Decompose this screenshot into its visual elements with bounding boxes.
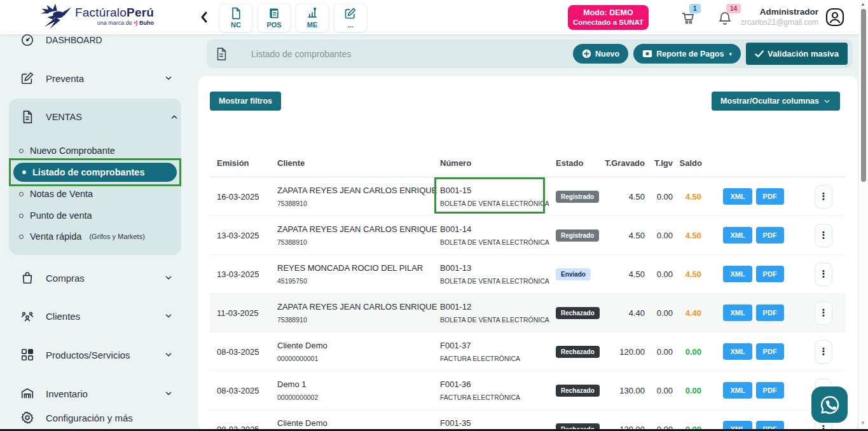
bullet-icon bbox=[22, 170, 26, 174]
account-menu-button[interactable] bbox=[825, 7, 845, 27]
account-icon bbox=[825, 7, 845, 27]
cell-tipo: BOLETA DE VENTA ELECTRÓNICA bbox=[440, 277, 556, 285]
sidebar-item-venta-rapida[interactable]: Venta rápida (Grifos y Markets) bbox=[19, 228, 172, 245]
notifications-button[interactable]: 14 bbox=[717, 10, 733, 25]
sidebar-item-preventa[interactable]: Preventa bbox=[9, 69, 181, 88]
bullet-icon bbox=[19, 149, 24, 153]
sidebar-item-productos-servicios[interactable]: Productos/Servicios bbox=[9, 345, 181, 364]
cell-tgravado: 120.00 bbox=[600, 347, 649, 357]
pdf-button[interactable]: PDF bbox=[756, 227, 784, 243]
pdf-button[interactable]: PDF bbox=[756, 304, 784, 321]
dashboard-gauge-icon bbox=[20, 33, 34, 47]
top-header: FactúraloPerú una marca de •) Buho NC PO… bbox=[0, 0, 868, 34]
cell-cliente: REYES MONCADA ROCIO DEL PILAR bbox=[277, 263, 440, 273]
check-icon bbox=[755, 50, 764, 58]
pdf-button[interactable]: PDF bbox=[756, 382, 784, 399]
mass-validation-button[interactable]: Validación masiva bbox=[746, 43, 848, 65]
row-menu-button[interactable]: ⋮ bbox=[815, 301, 832, 325]
cell-emision: 08-03-2025 bbox=[210, 386, 277, 395]
sidebar-item-nuevo-comprobante[interactable]: Nuevo Comprobante bbox=[19, 142, 172, 159]
page-scrollbar[interactable]: ▲ ▼ bbox=[859, 0, 868, 431]
row-menu-button[interactable]: ⋮ bbox=[815, 340, 832, 364]
pos-button[interactable]: POS bbox=[258, 3, 291, 32]
cell-emision: 08-03-2025 bbox=[210, 347, 277, 357]
column-header-tigv: T.Igv bbox=[649, 158, 677, 168]
pdf-button[interactable]: PDF bbox=[756, 188, 784, 205]
sidebar-group-ventas: VENTAS Nuevo Comprobante Listado de comp… bbox=[9, 99, 181, 255]
sidebar-item-inventario[interactable]: Inventario bbox=[9, 384, 181, 403]
page-header-bar: Listado de comprobantes Nuevo Reporte de… bbox=[207, 39, 853, 68]
cell-numero: B001-12 bbox=[440, 302, 556, 311]
new-button[interactable]: Nuevo bbox=[573, 44, 628, 64]
show-filters-button[interactable]: Mostrar filtros bbox=[210, 92, 281, 111]
cell-tgravado: 4.50 bbox=[600, 192, 649, 202]
gear-icon bbox=[20, 411, 34, 425]
column-header-emision: Emisión bbox=[210, 158, 277, 168]
cell-saldo: 4.40 bbox=[677, 308, 706, 318]
pdf-button[interactable]: PDF bbox=[756, 266, 784, 282]
row-menu-button[interactable]: ⋮ bbox=[815, 224, 832, 247]
sidebar-item-configuracion[interactable]: Configuración y más bbox=[9, 408, 181, 427]
column-header-estado: Estado bbox=[556, 158, 600, 168]
cell-saldo: 4.50 bbox=[677, 231, 706, 240]
cell-tigv: 0.00 bbox=[649, 270, 677, 279]
page-title: Listado de comprobantes bbox=[251, 49, 351, 59]
cell-tigv: 0.00 bbox=[649, 308, 677, 318]
sidebar-item-compras[interactable]: Compras bbox=[9, 268, 181, 287]
sidebar-collapse-button[interactable] bbox=[200, 11, 209, 24]
column-header-saldo: Saldo bbox=[677, 158, 706, 168]
scrollbar-thumb[interactable] bbox=[861, 9, 866, 182]
status-badge: Rechazado bbox=[556, 385, 600, 397]
cell-tipo: BOLETA DE VENTA ELECTRÓNICA bbox=[440, 200, 556, 207]
sidebar-item-notas-de-venta[interactable]: Notas de Venta bbox=[19, 186, 172, 202]
edit-pencil-icon bbox=[344, 7, 357, 20]
nc-button[interactable]: NC bbox=[219, 3, 252, 32]
plus-circle-icon bbox=[582, 49, 591, 58]
status-badge: Registrado bbox=[556, 191, 599, 203]
whatsapp-button[interactable] bbox=[811, 387, 848, 423]
bullet-icon bbox=[19, 192, 24, 196]
whatsapp-icon bbox=[818, 393, 841, 416]
cell-numero: B001-13 bbox=[440, 263, 556, 273]
me-button[interactable]: ME bbox=[296, 3, 329, 32]
caret-down-icon: ▾ bbox=[729, 51, 732, 57]
chevron-down-icon bbox=[164, 273, 173, 282]
table-row: 16-03-2025 ZAPATA REYES JEAN CARLOS ENRI… bbox=[210, 177, 846, 216]
cell-numero: B001-15 bbox=[440, 186, 556, 195]
pdf-button[interactable]: PDF bbox=[756, 343, 784, 360]
cart-button[interactable]: 1 bbox=[680, 10, 696, 25]
table-row: 08-03-2025 Cliente Demo00000000001 F001-… bbox=[210, 410, 846, 431]
sidebar-item-listado-comprobantes-selected[interactable]: Listado de comprobantes bbox=[13, 163, 177, 182]
cell-cliente: ZAPATA REYES JEAN CARLOS ENRIQUE bbox=[277, 186, 440, 195]
sidebar-item-punto-de-venta[interactable]: Punto de venta bbox=[19, 207, 172, 224]
column-header-cliente: Cliente bbox=[277, 158, 440, 168]
status-badge: Registrado bbox=[556, 229, 599, 242]
bullet-icon bbox=[19, 214, 24, 218]
cell-numero: F001-35 bbox=[440, 418, 556, 428]
xml-button[interactable]: XML bbox=[723, 382, 752, 399]
sidebar-item-ventas[interactable]: VENTAS bbox=[20, 107, 170, 127]
xml-button[interactable]: XML bbox=[723, 343, 752, 360]
payment-report-button[interactable]: Reporte de Pagos ▾ bbox=[633, 44, 741, 64]
cell-tgravado: 4.40 bbox=[600, 308, 649, 318]
cell-emision: 16-03-2025 bbox=[210, 192, 277, 202]
hummingbird-logo-icon bbox=[39, 3, 71, 29]
xml-button[interactable]: XML bbox=[723, 266, 752, 282]
comprobantes-table: Emisión Cliente Número Estado T.Gravado … bbox=[210, 149, 846, 431]
cell-cliente-doc: 00000000002 bbox=[277, 393, 440, 401]
more-documents-button[interactable]: ... bbox=[334, 3, 367, 32]
xml-button[interactable]: XML bbox=[723, 227, 752, 243]
scroll-down-arrow[interactable]: ▼ bbox=[860, 420, 865, 426]
xml-button[interactable]: XML bbox=[723, 304, 752, 321]
row-menu-button[interactable]: ⋮ bbox=[815, 263, 832, 286]
cell-cliente-doc: 75388910 bbox=[277, 200, 440, 207]
edit-pencil-icon bbox=[20, 71, 34, 85]
comprobantes-card: Mostrar filtros Mostrar/Ocultar columnas… bbox=[198, 76, 857, 431]
row-menu-button[interactable]: ⋮ bbox=[815, 185, 832, 209]
sidebar: DASHBOARD Preventa VENTAS Nuevo Comproba… bbox=[0, 0, 191, 431]
user-email: zrcarlos21@gmail.com bbox=[741, 18, 818, 28]
sidebar-item-clientes[interactable]: Clientes bbox=[9, 306, 181, 325]
scroll-up-arrow[interactable]: ▲ bbox=[860, 1, 865, 7]
show-hide-columns-button[interactable]: Mostrar/Ocultar columnas bbox=[712, 92, 840, 111]
xml-button[interactable]: XML bbox=[723, 188, 752, 205]
